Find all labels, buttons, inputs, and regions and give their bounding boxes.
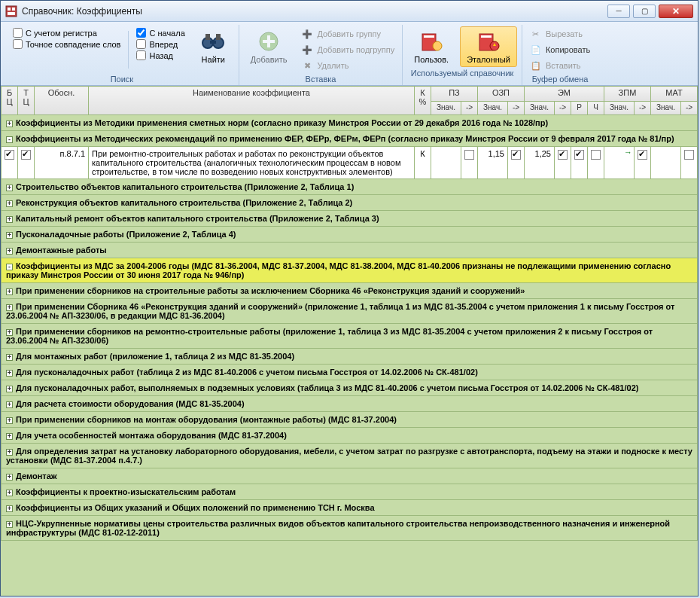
col-kpct[interactable]: К % (414, 87, 431, 115)
expand-toggle[interactable]: + (6, 490, 13, 496)
col-ozp[interactable]: ОЗП (477, 87, 524, 102)
expand-toggle[interactable]: + (6, 232, 13, 239)
checkbox[interactable] (511, 150, 521, 160)
svg-rect-13 (424, 35, 434, 38)
paste-button[interactable]: 📋Вставить (527, 58, 593, 73)
group-row[interactable]: +Коэффициенты из Общих указаний и Общих … (2, 500, 698, 516)
expand-toggle[interactable]: + (6, 505, 13, 512)
group-row[interactable]: +Капитальный ремонт объектов капитальног… (2, 211, 698, 227)
scissors-icon: ✂ (530, 28, 542, 40)
group-row[interactable]: +Для учета особенностей монтажа оборудов… (2, 428, 698, 444)
expand-toggle[interactable]: + (6, 521, 13, 528)
col-obosn[interactable]: Обосн. (35, 87, 89, 115)
group-row[interactable]: +При применении Сборника 46 «Реконструкц… (2, 299, 698, 324)
group-row[interactable]: +Пусконаладочные работы (Приложение 2, Т… (2, 227, 698, 243)
checkbox[interactable] (464, 150, 474, 160)
group-label: Пусконаладочные работы (Приложение 2, Та… (16, 230, 236, 239)
col-name[interactable]: Наименование коэффициента (89, 87, 415, 115)
col-tc[interactable]: Т Ц (18, 87, 35, 115)
paste-icon: 📋 (530, 59, 542, 72)
col-mat[interactable]: МАТ (650, 87, 697, 102)
expand-toggle[interactable]: + (6, 329, 13, 336)
group-row[interactable]: +НЦС-Укрупненные нормативы цены строител… (2, 516, 698, 541)
group-row[interactable]: -Коэффициенты из Методических рекомендац… (2, 131, 698, 147)
group-row[interactable]: +Для расчета стоимости оборудования (МДС… (2, 396, 698, 412)
app-window: Справочник: Коэффициенты ─ ▢ ✕ С учетом … (0, 0, 698, 596)
group-clipboard: ✂Вырезать 📄Копировать 📋Вставить Буфер об… (522, 25, 598, 85)
expand-toggle[interactable]: + (6, 200, 13, 207)
group-row[interactable]: +Демонтаж (2, 468, 698, 484)
group-row[interactable]: +Для пусконаладочных работ (таблица 2 из… (2, 365, 698, 380)
data-row[interactable]: п.8.7.1При ремонтно-строительных работах… (2, 147, 698, 179)
checkbox[interactable] (684, 150, 694, 160)
add-subgroup-button[interactable]: ➕Добавить подгруппу (298, 42, 397, 57)
expand-toggle[interactable]: + (6, 248, 13, 255)
cell-text: При ремонтно-строительных работах и рабо… (89, 147, 415, 179)
group-row[interactable]: +Демонтажные работы (2, 243, 698, 258)
svg-rect-1 (8, 8, 11, 11)
expand-toggle[interactable]: + (6, 433, 13, 440)
group-label: Демонтажные работы (16, 246, 107, 255)
maximize-button[interactable]: ▢ (633, 5, 656, 18)
copy-button[interactable]: 📄Копировать (527, 42, 593, 57)
window-title: Справочник: Коэффициенты (22, 6, 607, 17)
expand-toggle[interactable]: + (6, 185, 13, 191)
expand-toggle[interactable]: + (6, 370, 13, 377)
col-zpm[interactable]: ЗПМ (604, 87, 650, 102)
col-em[interactable]: ЭМ (524, 87, 604, 102)
checkbox[interactable] (591, 150, 601, 160)
group-row[interactable]: +Для определения затрат на установку лаб… (2, 444, 698, 468)
expand-toggle[interactable]: + (6, 216, 13, 223)
checkbox[interactable] (574, 150, 584, 160)
expand-toggle[interactable]: + (6, 386, 13, 392)
checkbox[interactable] (5, 150, 14, 160)
opt-begin[interactable]: С начала (136, 28, 184, 38)
checkbox[interactable] (638, 150, 647, 160)
expand-toggle[interactable]: + (6, 121, 13, 127)
book-user-icon (419, 29, 443, 53)
group-row[interactable]: +Для монтажных работ (приложение 1, табл… (2, 349, 698, 365)
cut-button[interactable]: ✂Вырезать (527, 26, 593, 41)
add-button[interactable]: Добавить (244, 26, 294, 67)
user-ref-button[interactable]: Пользов. (407, 26, 455, 67)
titlebar[interactable]: Справочник: Коэффициенты ─ ▢ ✕ (1, 1, 698, 22)
group-row[interactable]: -Коэффициенты из МДС за 2004-2006 годы (… (2, 258, 698, 283)
grid[interactable]: Б Ц Т Ц Обосн. Наименование коэффициента… (1, 86, 698, 596)
group-row[interactable]: +Для пусконаладочных работ, выполняемых … (2, 380, 698, 396)
expand-toggle[interactable]: + (6, 401, 13, 408)
group-row[interactable]: +При применении сборников на ремонтно-ст… (2, 324, 698, 349)
col-bc[interactable]: Б Ц (2, 87, 18, 115)
checkbox[interactable] (558, 150, 568, 160)
close-button[interactable]: ✕ (659, 5, 693, 18)
col-pz[interactable]: ПЗ (431, 87, 477, 102)
expand-toggle[interactable]: + (6, 417, 13, 424)
expand-toggle[interactable]: + (6, 288, 13, 295)
expand-toggle[interactable]: + (6, 449, 13, 456)
group-label: Коэффициенты из Методических рекомендаци… (16, 134, 674, 143)
expand-toggle[interactable]: + (6, 304, 13, 311)
checkbox[interactable] (21, 150, 31, 160)
expand-toggle[interactable]: + (6, 474, 13, 481)
opt-register[interactable]: С учетом регистра (13, 28, 120, 38)
find-button[interactable]: Найти (193, 26, 234, 67)
binoculars-icon (201, 29, 225, 53)
opt-exact[interactable]: Точное совпадение слов (13, 39, 120, 49)
add-group-button[interactable]: ➕Добавить группу (298, 26, 397, 41)
group-row[interactable]: +Коэффициенты из Методики применения сме… (2, 115, 698, 131)
group-row[interactable]: +Коэффициенты к проектно-изыскательским … (2, 484, 698, 500)
expand-toggle[interactable]: + (6, 354, 13, 361)
expand-toggle[interactable]: - (6, 264, 13, 270)
etalon-ref-button[interactable]: Эталонный (460, 26, 517, 67)
group-label: Реконструкция объектов капитального стро… (16, 198, 352, 207)
opt-forward[interactable]: Вперед (136, 39, 184, 49)
opt-back[interactable]: Назад (136, 50, 184, 60)
expand-toggle[interactable]: - (6, 136, 13, 143)
group-row[interactable]: +При применении сборников на строительны… (2, 283, 698, 299)
group-row[interactable]: +Реконструкция объектов капитального стр… (2, 195, 698, 211)
group-row[interactable]: +Строительство объектов капитального стр… (2, 179, 698, 195)
delete-button[interactable]: ✖Удалить (298, 58, 397, 73)
group-row[interactable]: +При применении сборников на монтаж обор… (2, 412, 698, 428)
svg-rect-3 (8, 12, 15, 15)
cell-obosn: п.8.7.1 (35, 147, 89, 179)
minimize-button[interactable]: ─ (607, 5, 630, 18)
